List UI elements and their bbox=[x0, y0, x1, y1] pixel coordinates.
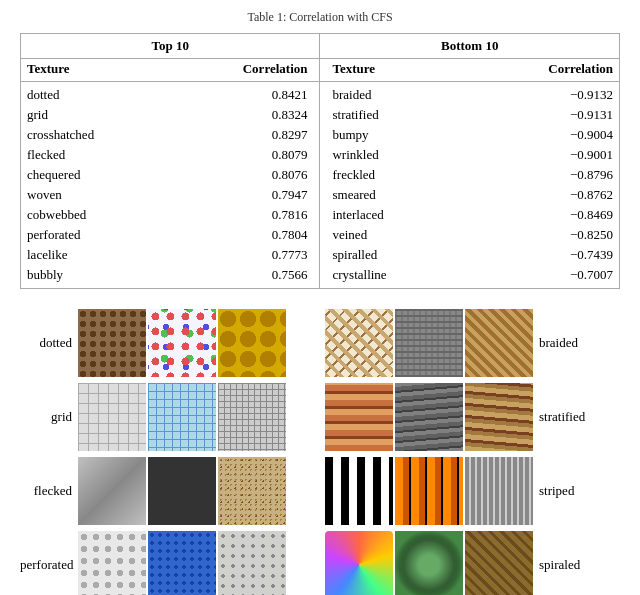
top10-texture-cell: woven bbox=[21, 185, 192, 205]
striped-strip bbox=[325, 457, 533, 525]
section-header-row: Top 10 Bottom 10 bbox=[21, 34, 619, 59]
grid-strip bbox=[78, 383, 286, 451]
striped-img-2 bbox=[395, 457, 463, 525]
perforated-row: perforated bbox=[20, 531, 315, 595]
bot10-texture-cell: interlaced bbox=[320, 205, 491, 225]
correlation-table: Top 10 Bottom 10 Texture Correlation Tex… bbox=[21, 34, 619, 288]
stratified-label: stratified bbox=[533, 409, 591, 425]
bot10-texture-cell: freckled bbox=[320, 165, 491, 185]
grid-img-2 bbox=[148, 383, 216, 451]
bot10-texture-cell: bumpy bbox=[320, 125, 491, 145]
top10-texture-cell: chequered bbox=[21, 165, 192, 185]
top10-header: Top 10 bbox=[21, 34, 320, 59]
striped-row: striped bbox=[325, 457, 620, 525]
bot10-corr-cell: −0.8250 bbox=[491, 225, 619, 245]
top10-corr-cell: 0.7566 bbox=[192, 265, 320, 288]
bot10-corr-cell: −0.9132 bbox=[491, 82, 619, 106]
bot10-corr-cell: −0.8796 bbox=[491, 165, 619, 185]
braided-img-2 bbox=[395, 309, 463, 377]
bot10-texture-col-header: Texture bbox=[320, 59, 491, 82]
perforated-img-1 bbox=[78, 531, 146, 595]
spiraled-strip bbox=[325, 531, 533, 595]
dotted-img-1 bbox=[78, 309, 146, 377]
bot10-corr-cell: −0.9001 bbox=[491, 145, 619, 165]
correlation-table-wrapper: Top 10 Bottom 10 Texture Correlation Tex… bbox=[20, 33, 620, 289]
top10-corr-cell: 0.7773 bbox=[192, 245, 320, 265]
top10-corr-cell: 0.7816 bbox=[192, 205, 320, 225]
top10-corr-cell: 0.8076 bbox=[192, 165, 320, 185]
top10-corr-col-header: Correlation bbox=[192, 59, 320, 82]
dotted-img-3 bbox=[218, 309, 286, 377]
dotted-img-2 bbox=[148, 309, 216, 377]
flecked-strip bbox=[78, 457, 286, 525]
table-row: crosshatched0.8297bumpy−0.9004 bbox=[21, 125, 619, 145]
braided-label: braided bbox=[533, 335, 591, 351]
spiraled-row: spiraled bbox=[325, 531, 620, 595]
striped-img-3 bbox=[465, 457, 533, 525]
top10-texture-cell: perforated bbox=[21, 225, 192, 245]
top10-texture-cell: dotted bbox=[21, 82, 192, 106]
table-row: dotted0.8421braided−0.9132 bbox=[21, 82, 619, 106]
bot10-corr-cell: −0.8469 bbox=[491, 205, 619, 225]
braided-img-3 bbox=[465, 309, 533, 377]
bot10-texture-cell: smeared bbox=[320, 185, 491, 205]
bot10-texture-cell: stratified bbox=[320, 105, 491, 125]
table-row: lacelike0.7773spiralled−0.7439 bbox=[21, 245, 619, 265]
perforated-img-2 bbox=[148, 531, 216, 595]
top10-corr-cell: 0.8421 bbox=[192, 82, 320, 106]
braided-strip bbox=[325, 309, 533, 377]
bot10-corr-cell: −0.7007 bbox=[491, 265, 619, 288]
bot10-texture-cell: spiralled bbox=[320, 245, 491, 265]
braided-img-1 bbox=[325, 309, 393, 377]
table-body: dotted0.8421braided−0.9132grid0.8324stra… bbox=[21, 82, 619, 289]
top10-texture-col-header: Texture bbox=[21, 59, 192, 82]
top10-corr-cell: 0.8297 bbox=[192, 125, 320, 145]
table-row: perforated0.7804veined−0.8250 bbox=[21, 225, 619, 245]
perforated-img-3 bbox=[218, 531, 286, 595]
dotted-row: dotted bbox=[20, 309, 315, 377]
top10-texture-cell: cobwebbed bbox=[21, 205, 192, 225]
top10-corr-cell: 0.7947 bbox=[192, 185, 320, 205]
perforated-label: perforated bbox=[20, 557, 78, 573]
bot10-corr-cell: −0.9131 bbox=[491, 105, 619, 125]
flecked-img-1 bbox=[78, 457, 146, 525]
bot10-header: Bottom 10 bbox=[320, 34, 619, 59]
table-row: woven0.7947smeared−0.8762 bbox=[21, 185, 619, 205]
col-header-row: Texture Correlation Texture Correlation bbox=[21, 59, 619, 82]
bot10-corr-cell: −0.7439 bbox=[491, 245, 619, 265]
top10-corr-cell: 0.7804 bbox=[192, 225, 320, 245]
bot10-texture-cell: braided bbox=[320, 82, 491, 106]
spiral-img-1 bbox=[325, 531, 393, 595]
striped-img-1 bbox=[325, 457, 393, 525]
flecked-row: flecked bbox=[20, 457, 315, 525]
page-container: Table 1: Correlation with CFS Top 10 Bot… bbox=[0, 0, 640, 595]
top10-texture-cell: grid bbox=[21, 105, 192, 125]
bot10-corr-col-header: Correlation bbox=[491, 59, 619, 82]
striped-label: striped bbox=[533, 483, 591, 499]
top10-texture-cell: crosshatched bbox=[21, 125, 192, 145]
spiral-img-3 bbox=[465, 531, 533, 595]
grid-label: grid bbox=[20, 409, 78, 425]
flecked-img-3 bbox=[218, 457, 286, 525]
stratified-strip bbox=[325, 383, 533, 451]
image-section: dotted grid flecked bbox=[20, 309, 620, 595]
spiraled-label: spiraled bbox=[533, 557, 591, 573]
flecked-label: flecked bbox=[20, 483, 78, 499]
strat-img-2 bbox=[395, 383, 463, 451]
bot10-corr-cell: −0.8762 bbox=[491, 185, 619, 205]
table-row: cobwebbed0.7816interlaced−0.8469 bbox=[21, 205, 619, 225]
bot10-texture-cell: wrinkled bbox=[320, 145, 491, 165]
top10-texture-cell: flecked bbox=[21, 145, 192, 165]
top10-texture-cell: lacelike bbox=[21, 245, 192, 265]
left-images: dotted grid flecked bbox=[20, 309, 315, 595]
strat-img-1 bbox=[325, 383, 393, 451]
dotted-label: dotted bbox=[20, 335, 78, 351]
dotted-strip bbox=[78, 309, 286, 377]
grid-img-3 bbox=[218, 383, 286, 451]
perforated-strip bbox=[78, 531, 286, 595]
flecked-img-2 bbox=[148, 457, 216, 525]
strat-img-3 bbox=[465, 383, 533, 451]
stratified-row: stratified bbox=[325, 383, 620, 451]
grid-row: grid bbox=[20, 383, 315, 451]
spiral-img-2 bbox=[395, 531, 463, 595]
